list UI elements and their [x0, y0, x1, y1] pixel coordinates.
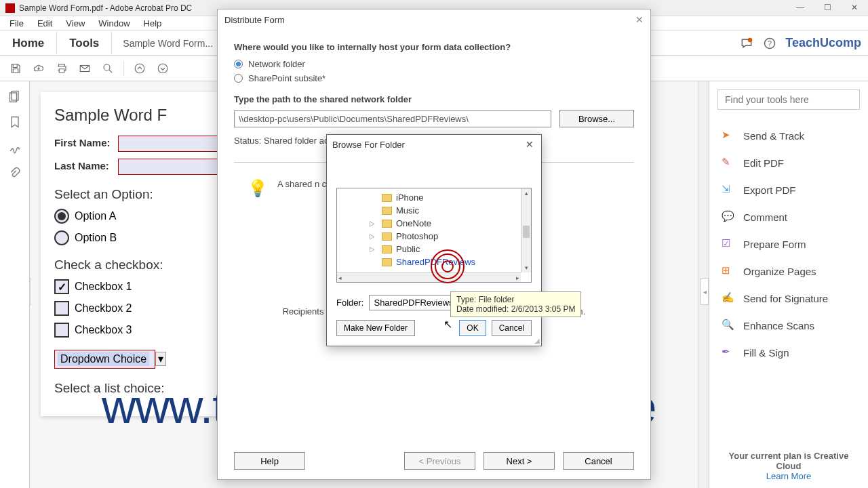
print-button[interactable] — [52, 58, 72, 79]
nav-up-button[interactable] — [130, 58, 150, 79]
option-a-radio[interactable] — [54, 209, 69, 224]
browse-button[interactable]: Browse... — [559, 110, 634, 127]
tool-icon: 🔍 — [722, 319, 735, 332]
tool-export-pdf[interactable]: ⇲Export PDF — [717, 176, 860, 203]
checkbox-3[interactable] — [54, 323, 69, 338]
cloud-button[interactable] — [28, 58, 49, 79]
tool-enhance-scans[interactable]: 🔍Enhance Scans — [717, 312, 860, 339]
lightbulb-icon: 💡 — [248, 179, 268, 198]
menu-view[interactable]: View — [59, 17, 92, 30]
folder-item-music[interactable]: Music — [337, 204, 531, 217]
checkbox-3-label: Checkbox 3 — [75, 324, 132, 336]
tool-icon: ✒ — [722, 346, 735, 359]
pages-icon[interactable] — [8, 89, 22, 103]
tab-tools[interactable]: Tools — [57, 31, 112, 56]
resize-grip-icon[interactable]: ◢ — [534, 337, 540, 344]
folder-label: Photoshop — [396, 231, 438, 241]
previous-button[interactable]: < Previous — [404, 452, 475, 470]
checkbox-2-label: Checkbox 2 — [75, 302, 132, 314]
notifications-icon[interactable] — [739, 36, 754, 51]
scroll-thumb[interactable] — [523, 226, 530, 238]
next-button[interactable]: Next > — [484, 452, 555, 470]
tool-prepare-form[interactable]: ☑Prepare Form — [717, 230, 860, 258]
dropdown-arrow-icon[interactable]: ▾ — [155, 352, 166, 366]
tool-send-for-signature[interactable]: ✍Send for Signature — [717, 285, 860, 312]
folder-tree-hscroll[interactable]: ◂▸ — [337, 272, 521, 282]
folder-tree-vscroll[interactable]: ▴ ▾ — [521, 188, 531, 272]
tool-fill-sign[interactable]: ✒Fill & Sign — [717, 339, 860, 366]
signature-icon[interactable] — [8, 141, 22, 155]
maximize-button[interactable]: ☐ — [814, 0, 841, 15]
window-title: Sample Word Form.pdf - Adobe Acrobat Pro… — [19, 3, 192, 13]
search-button[interactable] — [98, 58, 118, 79]
attachment-icon[interactable] — [8, 167, 22, 180]
folder-tooltip: Type: File folder Date modified: 2/6/201… — [450, 291, 581, 317]
option-b-radio[interactable] — [54, 230, 69, 245]
scroll-up-icon[interactable]: ▴ — [521, 188, 531, 198]
folder-label: OneNote — [396, 218, 431, 228]
tool-comment[interactable]: 💬Comment — [717, 203, 860, 230]
make-new-folder-button[interactable]: Make New Folder — [336, 320, 415, 336]
left-rail — [0, 81, 30, 488]
learn-more-link[interactable]: Learn More — [716, 471, 861, 481]
scroll-down-icon[interactable]: ▾ — [521, 263, 531, 272]
window-controls: — ☐ ✕ — [787, 0, 868, 15]
folder-item-public[interactable]: ▷Public — [337, 243, 531, 256]
distribute-cancel-button[interactable]: Cancel — [563, 452, 634, 470]
network-folder-radio[interactable] — [234, 60, 243, 68]
help-button[interactable]: Help — [234, 452, 305, 470]
folder-item-iphone[interactable]: iPhone — [337, 191, 531, 204]
checkbox-2[interactable] — [54, 301, 69, 316]
tool-label: Organize Pages — [743, 266, 816, 277]
email-button[interactable] — [75, 58, 95, 79]
distribute-title: Distribute Form — [224, 15, 285, 25]
left-collapse-caret[interactable]: ▸ — [30, 278, 31, 305]
svg-point-4 — [104, 64, 110, 70]
chevron-right-icon[interactable]: ▷ — [370, 220, 375, 227]
chevron-right-icon[interactable]: ▷ — [370, 232, 375, 240]
app-icon — [5, 3, 15, 13]
help-icon[interactable]: ? — [762, 36, 777, 51]
browse-folder-close-icon[interactable]: ✕ — [524, 138, 536, 150]
tool-send-track[interactable]: ➤Send & Track — [717, 122, 860, 149]
tooltip-type: Type: File folder — [456, 295, 575, 304]
tool-label: Comment — [743, 211, 787, 223]
sharepoint-radio[interactable] — [234, 74, 243, 83]
folder-item-sharedpdfreviews[interactable]: SharedPDFReviews — [337, 256, 531, 268]
folder-icon — [382, 232, 392, 241]
dropdown-field[interactable]: Dropdown Choice — [54, 350, 155, 369]
tools-search-input[interactable] — [717, 89, 860, 110]
svg-text:?: ? — [768, 39, 772, 47]
last-name-label: Last Name: — [54, 160, 115, 171]
bookmark-icon[interactable] — [8, 115, 22, 129]
menu-file[interactable]: File — [3, 17, 31, 30]
network-folder-label: Network folder — [248, 59, 305, 69]
tab-document-label: Sample Word Form... — [123, 38, 213, 49]
tool-organize-pages[interactable]: ⊞Organize Pages — [717, 258, 860, 285]
chevron-right-icon[interactable]: ▷ — [370, 245, 375, 253]
minimize-button[interactable]: — — [787, 0, 814, 15]
plan-text-2: Cloud — [776, 461, 802, 471]
tool-icon: ✍ — [722, 291, 735, 305]
menu-window[interactable]: Window — [92, 17, 136, 30]
tab-home[interactable]: Home — [0, 31, 57, 56]
path-input[interactable]: \\desktop-pc\users\Public\Documents\Shar… — [234, 110, 551, 127]
nav-down-button[interactable] — [153, 58, 173, 79]
right-collapse-caret[interactable]: ◂ — [701, 278, 709, 305]
browse-cancel-button[interactable]: Cancel — [492, 320, 532, 336]
menu-edit[interactable]: Edit — [31, 17, 59, 30]
checkbox-1[interactable]: ✓ — [54, 279, 69, 294]
close-button[interactable]: ✕ — [841, 0, 868, 15]
distribute-close-icon[interactable]: ✕ — [633, 13, 646, 26]
folder-tree[interactable]: iPhoneMusic▷OneNote▷Photoshop▷PublicShar… — [336, 188, 532, 283]
folder-label: iPhone — [396, 192, 423, 203]
save-button[interactable] — [5, 58, 26, 79]
browse-folder-title: Browse For Folder — [332, 140, 405, 150]
right-panel: ➤Send & Track✎Edit PDF⇲Export PDF💬Commen… — [709, 81, 868, 488]
folder-label: SharedPDFReviews — [396, 257, 475, 267]
folder-item-photoshop[interactable]: ▷Photoshop — [337, 230, 531, 243]
menu-help[interactable]: Help — [137, 17, 169, 30]
ok-button[interactable]: OK — [459, 320, 486, 336]
tool-edit-pdf[interactable]: ✎Edit PDF — [717, 149, 860, 176]
folder-item-onenote[interactable]: ▷OneNote — [337, 217, 531, 230]
